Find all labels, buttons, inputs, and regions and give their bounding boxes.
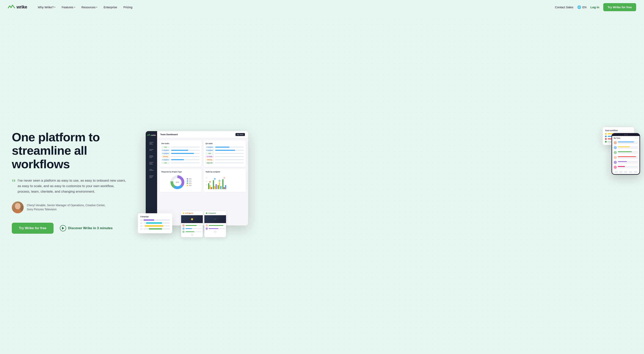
bar-chart: 75 50 25 0	[206, 174, 244, 189]
task-row-progress-2: In progress	[162, 152, 200, 155]
tag-new-2: New	[162, 162, 170, 164]
hero-title: One platform to streamline all workflows	[12, 131, 126, 171]
mobile-row-2	[612, 145, 640, 150]
hero-quote-block: " I've never seen a platform as easy to …	[12, 178, 126, 194]
chevron-down-icon: ▾	[96, 6, 97, 8]
in-progress-image: ⭐	[181, 215, 203, 223]
qa-row-progress-1: In progress	[206, 146, 244, 148]
quote-mark-icon: "	[12, 179, 16, 186]
play-triangle	[62, 227, 64, 230]
nav-item-why-wrike[interactable]: Why Wrike? ▾	[35, 4, 58, 10]
contact-sales-link[interactable]: Contact Sales	[555, 5, 573, 9]
task-row-new: New	[162, 146, 200, 148]
progress-completed-cards: In Progress ⭐	[181, 211, 226, 237]
chevron-down-icon: ▾	[54, 6, 55, 8]
assignee-panel: Tasks by assignee 75 50 25 0	[204, 169, 246, 192]
wf-dot-blue	[605, 136, 606, 137]
sidebar-nav-item-5	[148, 167, 154, 173]
campaign-card-title: Campaign	[140, 216, 170, 218]
tag-new: New	[162, 146, 170, 148]
qa-row-review: In review	[206, 156, 244, 158]
qa-tag-progress-1: In progress	[206, 146, 214, 148]
requests-panel: Requests by Project Type 34%	[160, 169, 202, 192]
mobile-row-5	[612, 160, 640, 165]
gantt-row-2	[140, 222, 170, 224]
wf-dot-yellow	[605, 133, 606, 135]
sidebar-nav-item-1	[148, 141, 154, 146]
in-progress-label: In Progress	[185, 212, 193, 214]
campaign-gantt-card: Campaign	[138, 213, 172, 233]
workflow-card-title: Team workflow	[605, 130, 632, 132]
mobile-notch	[612, 134, 640, 136]
wf-completed-dot	[605, 141, 606, 143]
dashboard-grid: Dev tasks New In progress In progress	[157, 138, 248, 194]
svg-text:34%: 34%	[176, 181, 179, 183]
completed-image: ✓	[204, 215, 226, 223]
nav-item-resources[interactable]: Resources ▾	[79, 4, 100, 10]
globe-icon: 🌐	[577, 5, 581, 9]
donut-chart: 34%	[170, 174, 185, 190]
hero-cta-button[interactable]: Try Wrike for free	[12, 223, 54, 234]
nav-item-pricing[interactable]: Pricing	[121, 4, 135, 10]
qa-row-approved: Approved	[206, 162, 244, 164]
nav-item-features[interactable]: Features ▾	[59, 4, 78, 10]
mobile-header: My Team	[612, 136, 640, 140]
qa-tag-backlog: Backlog	[206, 159, 214, 161]
nav-cta-button[interactable]: Try Wrike for free	[603, 3, 636, 11]
tag-in-progress-3: In progress	[162, 159, 170, 161]
qa-tag-review: In review	[206, 156, 214, 158]
wrike-logo-icon	[8, 4, 15, 10]
qa-tag-progress-2: In progress	[206, 149, 214, 151]
sidebar-logo: wrike	[147, 134, 156, 137]
mobile-app-card: My Team	[612, 133, 640, 175]
logo-wordmark: wrike	[16, 4, 27, 10]
hero-dashboard-area: Team workflow Comple	[134, 127, 636, 237]
discover-video-link[interactable]: Discover Wrike in 3 minutes	[60, 225, 112, 231]
quote-text: I've never seen a platform as easy to us…	[18, 178, 126, 194]
wf-dot-red	[605, 138, 606, 140]
sidebar-nav-item-3	[148, 154, 154, 160]
avatar	[12, 201, 24, 213]
language-selector[interactable]: 🌐 EN	[577, 5, 586, 9]
sidebar-nav-item-6	[148, 174, 154, 179]
cuser-row-2	[206, 227, 225, 230]
chevron-down-icon: ▾	[74, 6, 75, 8]
completed-label: Completed	[208, 212, 216, 214]
in-progress-card: In Progress ⭐	[181, 211, 203, 237]
task-row-progress-3: In progress	[162, 159, 200, 161]
qa-tasks-title: QA tasks	[206, 143, 244, 145]
mobile-team-label: My Team	[614, 137, 620, 139]
completed-dot	[206, 212, 207, 214]
mobile-row-1	[612, 140, 640, 145]
sidebar-logo-text: wrike	[151, 134, 156, 136]
navigation: wrike Why Wrike? ▾ Features ▾ Resources …	[0, 0, 644, 14]
tag-in-progress-2: In progress	[162, 152, 170, 155]
in-progress-dot	[183, 212, 184, 214]
gantt-row-3	[140, 225, 170, 227]
assignee-title: Tasks by assignee	[206, 171, 244, 173]
mobile-footer	[612, 170, 640, 174]
donut-chart-section: 34% 34% 23%	[162, 174, 200, 190]
dev-tasks-title: Dev tasks	[162, 143, 200, 145]
qa-tag-approved: Approved	[206, 162, 214, 164]
hero-author-block: Cheryl Venable, Senior Manager of Operat…	[12, 201, 126, 213]
avatar-image	[12, 201, 24, 213]
task-row-backlog: Backlog	[162, 156, 200, 158]
logo-link[interactable]: wrike	[8, 4, 27, 10]
puser-row-1	[182, 224, 202, 227]
task-row-progress-1: In progress	[162, 149, 200, 151]
mobile-row-6	[612, 165, 640, 170]
qa-row-backlog: Backlog	[206, 159, 244, 161]
gantt-row-4	[140, 228, 170, 230]
dashboard-sidebar: wrike	[146, 131, 157, 225]
dashboard-title: Team Dashboard	[160, 133, 178, 136]
puser-row-3	[182, 231, 202, 233]
qa-row-new: New	[206, 152, 244, 155]
qa-row-progress-2: In progress	[206, 149, 244, 151]
cuser-row-1	[206, 224, 225, 227]
nav-item-enterprise[interactable]: Enterprise	[101, 4, 120, 10]
task-row-new-2: New	[162, 162, 200, 164]
login-link[interactable]: Log in	[590, 5, 599, 9]
svg-point-0	[15, 203, 20, 208]
tag-in-progress-1: In progress	[162, 149, 170, 151]
